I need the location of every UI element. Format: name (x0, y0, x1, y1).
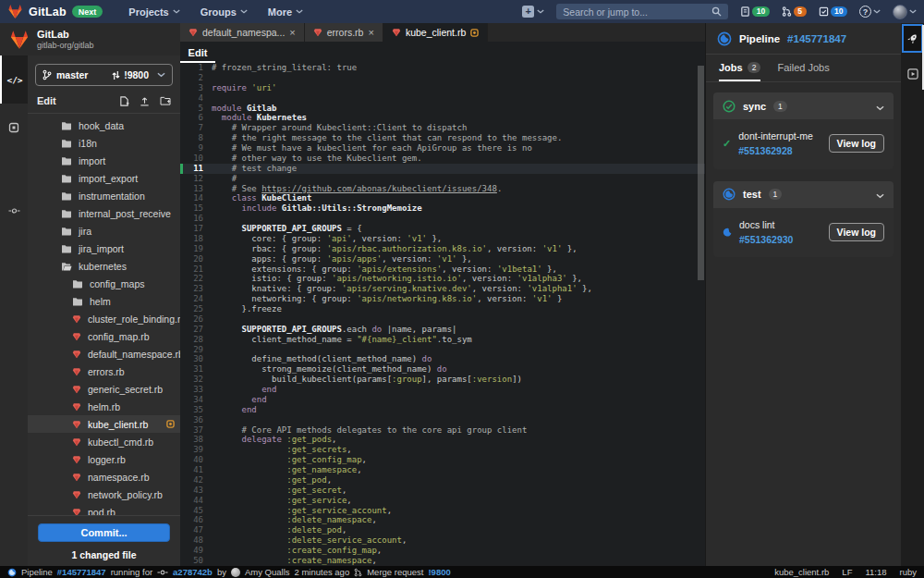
todos-counter[interactable]: 10 (819, 6, 847, 17)
code-line-50: 50 :create_namespace, (180, 556, 705, 566)
user-menu[interactable] (893, 5, 917, 19)
pipeline-id-link[interactable]: #145771847 (787, 33, 846, 44)
tree-item-errors.rb[interactable]: errors.rb (28, 363, 180, 380)
folder-icon (72, 297, 83, 306)
ruby-icon (72, 332, 81, 341)
chevron-down-icon[interactable] (876, 98, 884, 115)
line-number: 48 (180, 535, 212, 546)
search-input[interactable] (563, 6, 706, 18)
tree-item-network_policy.rb[interactable]: network_policy.rb (28, 486, 180, 503)
mode-tab-edit[interactable]: Edit (180, 42, 215, 63)
tree-item-generic_secret.rb[interactable]: generic_secret.rb (28, 380, 180, 398)
rail-commit-button[interactable] (0, 187, 28, 235)
nav-menus: Projects Groups More (128, 6, 303, 18)
line-text: # the right message to the client that c… (212, 133, 562, 143)
chevron-down-icon (173, 9, 180, 14)
view-log-button[interactable]: View log (829, 223, 884, 241)
tree-item-kube_client.rb[interactable]: kube_client.rb (28, 415, 180, 433)
tree-item-config_map.rb[interactable]: config_map.rb (28, 327, 180, 345)
tree-item-jira[interactable]: jira (28, 222, 180, 240)
tree-item-jira_import[interactable]: jira_import (28, 240, 180, 257)
editor-scrollbar[interactable] (698, 66, 704, 280)
tab-jobs[interactable]: Jobs 2 (719, 62, 760, 81)
tree-item-label: logger.rb (88, 454, 126, 465)
editor-tab-errors.rb[interactable]: errors.rb× (305, 23, 383, 42)
line-text: class KubeClient (212, 193, 311, 203)
issues-icon (740, 6, 750, 17)
tree-item-hook_data[interactable]: hook_data (28, 117, 180, 134)
line-number: 14 (180, 193, 212, 203)
nav-menu-groups[interactable]: Groups (201, 6, 248, 18)
rail-review-button[interactable] (0, 104, 28, 152)
line-number: 23 (180, 284, 212, 294)
line-text: :get_namespace, (212, 465, 362, 475)
tree-item-instrumentation[interactable]: instrumentation (28, 187, 180, 204)
modified-icon (470, 29, 479, 37)
view-log-button[interactable]: View log (829, 134, 884, 153)
tree-item-kubernetes[interactable]: kubernetes (28, 257, 180, 275)
job-id-link[interactable]: #551362928 (738, 145, 792, 156)
upload-file-icon[interactable] (140, 96, 150, 106)
nav-menu-projects[interactable]: Projects (128, 6, 179, 18)
tree-item-namespace.rb[interactable]: namespace.rb (28, 468, 180, 486)
new-folder-icon[interactable] (160, 96, 171, 105)
rail-edit-button[interactable]: </> (0, 55, 28, 104)
code-line-35: 35 end (180, 405, 705, 415)
status-link[interactable]: #145771847 (57, 567, 106, 577)
branch-selector[interactable]: master !9800 (35, 64, 173, 86)
tree-item-internal_post_receive[interactable]: internal_post_receive (28, 204, 180, 222)
status-bar: Pipeline#145771847running fora278742bbyA… (0, 566, 924, 578)
merge-requests-counter[interactable]: 5 (782, 6, 807, 17)
new-menu-button[interactable]: + (522, 6, 544, 18)
stage-header-sync[interactable]: sync1 (713, 92, 894, 119)
code-line-45: 45 :get_service_account, (180, 506, 705, 516)
file-tree: hook_datai18nimportimport_exportinstrume… (28, 117, 180, 515)
tree-item-kubectl_cmd.rb[interactable]: kubectl_cmd.rb (28, 433, 180, 450)
line-number: 15 (180, 203, 212, 214)
tree-item-cluster_role_binding.rb[interactable]: cluster_role_binding.rb (28, 310, 180, 327)
tree-item-import_export[interactable]: import_export (28, 169, 180, 187)
code-line-4: 4 (180, 93, 705, 104)
line-number: 16 (180, 214, 212, 224)
job-id-link[interactable]: #551362930 (739, 234, 793, 245)
tree-item-i18n[interactable]: i18n (28, 134, 180, 152)
issues-counter[interactable]: 10 (740, 6, 769, 17)
line-text: # See https://github.com/abonas/kubeclie… (212, 184, 502, 194)
tree-item-logger.rb[interactable]: logger.rb (28, 450, 180, 468)
live-preview-toggle[interactable] (907, 67, 918, 83)
close-icon[interactable]: × (368, 28, 373, 38)
commit-button[interactable]: Commit... (38, 523, 170, 542)
close-icon[interactable]: × (289, 28, 295, 38)
tree-item-pod.rb[interactable]: pod.rb (28, 503, 180, 515)
status-link[interactable]: !9800 (428, 567, 450, 577)
next-badge: Next (72, 6, 103, 18)
tree-item-label: config_map.rb (88, 331, 150, 342)
status-text: by (217, 567, 226, 577)
tree-item-label: kube_client.rb (88, 419, 148, 430)
editor-tab-default_namespa[interactable]: default_namespa...× (180, 23, 305, 42)
tree-item-helm[interactable]: helm (28, 292, 180, 310)
tab-failed-jobs[interactable]: Failed Jobs (777, 62, 829, 81)
nav-menu-more[interactable]: More (268, 6, 303, 18)
code-line-41: 41 :get_namespace, (180, 465, 705, 475)
code-line-39: 39 :get_secrets, (180, 445, 705, 455)
tree-item-import[interactable]: import (28, 152, 180, 169)
status-link[interactable]: a278742b (173, 567, 213, 577)
tree-item-helm.rb[interactable]: helm.rb (28, 398, 180, 415)
tree-item-config_maps[interactable]: config_maps (28, 275, 180, 292)
status-right-item: kube_client.rb (774, 567, 829, 577)
tree-item-label: import (79, 155, 105, 166)
line-text: end (212, 405, 257, 415)
code-line-2: 2 (180, 73, 705, 83)
editor-tab-kube_client.rb[interactable]: kube_client.rb (383, 23, 488, 42)
gitlab-home-link[interactable]: GitLab Next (7, 4, 103, 19)
help-menu[interactable]: ? (859, 6, 881, 18)
tree-item-default_namespace.rb[interactable]: default_namespace.rb (28, 345, 180, 363)
pipelines-panel-toggle[interactable] (902, 24, 923, 53)
new-file-icon[interactable] (119, 96, 129, 106)
code-editor[interactable]: 1# frozen_string_literal: true23require … (180, 63, 705, 566)
code-line-17: 17 SUPPORTED_API_GROUPS = { (180, 224, 705, 234)
stage-header-test[interactable]: test1 (713, 181, 894, 208)
folder-icon (61, 191, 72, 201)
chevron-down-icon[interactable] (876, 186, 884, 203)
